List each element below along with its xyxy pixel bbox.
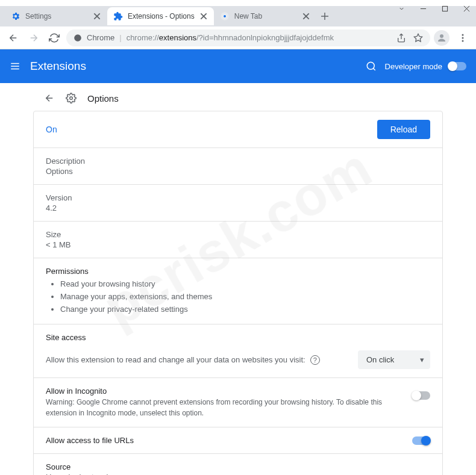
permissions-label: Permissions: [46, 267, 430, 276]
toolbar: Chrome | chrome://extensions/?id=hhmnado…: [0, 26, 476, 49]
site-access-label: Site access: [46, 333, 430, 342]
size-label: Size: [46, 230, 430, 239]
permission-item: Manage your apps, extensions, and themes: [60, 291, 430, 303]
scheme-label: Chrome: [87, 33, 114, 42]
chrome-icon: [220, 11, 230, 21]
address-bar[interactable]: Chrome | chrome://extensions/?id=hhmnado…: [66, 29, 430, 46]
share-icon[interactable]: [396, 33, 406, 43]
dev-mode-toggle[interactable]: [448, 62, 466, 70]
permission-item: Change your privacy-related settings: [60, 303, 430, 316]
tab-label: Extensions - Options: [128, 12, 195, 20]
source-label: Source: [46, 462, 430, 471]
svg-point-20: [462, 40, 464, 42]
site-access-text: Allow this extension to read and change …: [46, 355, 305, 364]
profile-avatar[interactable]: [434, 30, 449, 46]
site-access-dropdown[interactable]: On click: [358, 350, 430, 369]
new-tab-button[interactable]: [316, 8, 333, 25]
reload-button[interactable]: [46, 29, 63, 46]
permission-item: Read your browsing history: [60, 278, 430, 291]
menu-button[interactable]: [454, 29, 471, 46]
content-area: Options On Reload Description Options Ve…: [0, 83, 476, 475]
svg-point-15: [74, 34, 81, 42]
svg-point-24: [367, 62, 374, 69]
forward-button[interactable]: [25, 29, 42, 46]
tab-settings[interactable]: Settings: [5, 7, 107, 25]
back-button[interactable]: [5, 29, 22, 46]
extensions-header: Extensions Developer mode: [0, 49, 476, 83]
version-label: Version: [46, 193, 430, 202]
gear-icon: [11, 11, 20, 21]
description-value: Options: [46, 167, 430, 176]
svg-point-10: [224, 15, 226, 17]
close-icon[interactable]: [199, 12, 208, 20]
star-icon[interactable]: [413, 33, 423, 43]
svg-rect-1: [442, 6, 447, 11]
file-urls-label: Allow access to file URLs: [46, 436, 134, 445]
svg-point-17: [440, 34, 443, 38]
size-value: < 1 MB: [46, 240, 430, 249]
tab-label: Settings: [25, 12, 88, 20]
tab-label: New Tab: [234, 12, 297, 20]
version-value: 4.2: [46, 203, 430, 213]
file-urls-toggle[interactable]: [412, 436, 430, 445]
hamburger-icon[interactable]: [10, 61, 20, 72]
reload-button[interactable]: Reload: [377, 120, 430, 139]
svg-line-25: [373, 68, 375, 70]
maximize-icon[interactable]: [441, 5, 448, 12]
search-icon[interactable]: [366, 61, 377, 72]
incognito-warning: Warning: Google Chrome cannot prevent ex…: [46, 397, 402, 418]
source-value: Unpacked extension: [46, 473, 430, 475]
description-label: Description: [46, 157, 430, 166]
back-icon[interactable]: [44, 93, 55, 104]
chrome-lock-icon: [74, 34, 82, 42]
svg-point-18: [462, 34, 464, 36]
tab-newtab[interactable]: New Tab: [214, 7, 316, 25]
close-icon[interactable]: [302, 12, 310, 20]
on-status: On: [46, 125, 57, 134]
close-icon[interactable]: [463, 5, 470, 12]
tab-extensions[interactable]: Extensions - Options: [107, 7, 214, 25]
minimize-icon[interactable]: [419, 5, 427, 12]
dev-mode-label: Developer mode: [385, 62, 442, 71]
page-title: Extensions: [30, 60, 366, 73]
svg-point-19: [462, 37, 464, 39]
chevron-down-icon[interactable]: [398, 5, 405, 12]
close-icon[interactable]: [93, 12, 101, 20]
svg-marker-16: [414, 34, 422, 42]
incognito-label: Allow in Incognito: [46, 387, 402, 396]
help-icon[interactable]: ?: [310, 355, 320, 365]
incognito-toggle[interactable]: [412, 391, 430, 400]
extension-name: Options: [87, 93, 119, 104]
puzzle-icon: [113, 11, 123, 21]
gear-icon: [66, 93, 77, 104]
svg-point-26: [70, 97, 73, 100]
